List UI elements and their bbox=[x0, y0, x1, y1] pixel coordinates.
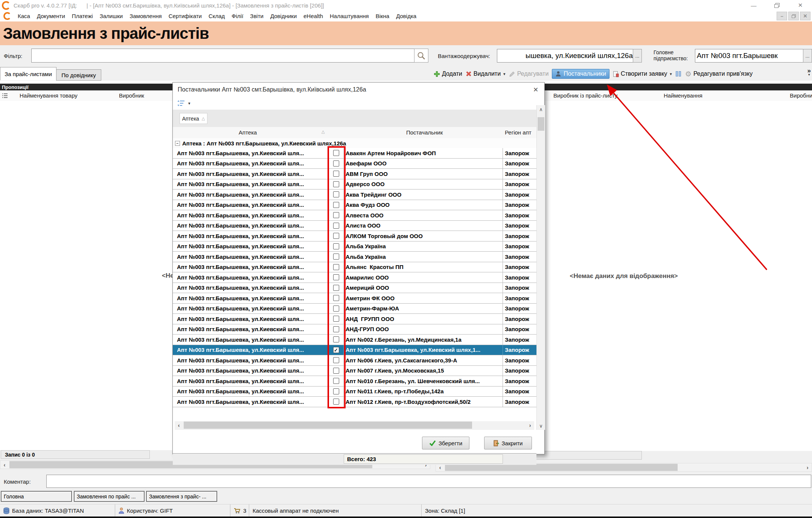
row-checkbox[interactable] bbox=[333, 150, 339, 156]
suppliers-button[interactable]: Постачальники bbox=[552, 69, 609, 79]
edit-button[interactable]: Редагувати bbox=[509, 70, 549, 77]
scroll-down-icon[interactable]: ∨ bbox=[537, 422, 545, 430]
row-checkbox[interactable] bbox=[333, 306, 339, 312]
menu-item-4[interactable]: Залишки bbox=[96, 13, 126, 19]
supplier-row[interactable]: Апт №003 пгт.Барышевка, ул.Киевский шля.… bbox=[173, 221, 536, 231]
menu-item-8[interactable]: Філії bbox=[228, 13, 247, 19]
menu-item-12[interactable]: Налаштування bbox=[326, 13, 372, 19]
save-button[interactable]: Зберегти bbox=[422, 437, 469, 449]
grid-col-region[interactable]: Регіон апт bbox=[505, 129, 532, 136]
row-checkbox[interactable] bbox=[333, 212, 339, 218]
collapse-icon[interactable]: − bbox=[175, 141, 180, 146]
group-chip-pharmacy[interactable]: Аптека △ bbox=[180, 113, 207, 124]
search-button[interactable] bbox=[414, 49, 428, 63]
row-checkbox[interactable] bbox=[333, 191, 339, 197]
supplier-row[interactable]: Апт №003 пгт.Барышевка, ул.Киевский шля.… bbox=[173, 366, 536, 376]
supplier-row[interactable]: Апт №003 пгт.Барышевка, ул.Киевский шля.… bbox=[173, 345, 536, 356]
menu-item-5[interactable]: Замовлення bbox=[126, 13, 165, 19]
menu-item-6[interactable]: Сертифікати bbox=[165, 13, 205, 19]
row-menu-icon[interactable] bbox=[2, 93, 8, 99]
add-button[interactable]: Додати bbox=[434, 70, 462, 77]
row-checkbox[interactable] bbox=[333, 254, 339, 260]
row-checkbox[interactable] bbox=[333, 336, 339, 342]
menu-item-7[interactable]: Склад bbox=[205, 13, 228, 19]
columns-button[interactable] bbox=[675, 71, 682, 77]
consignee-browse-button[interactable]: ... bbox=[633, 49, 642, 63]
scroll-right-icon[interactable]: › bbox=[803, 463, 812, 471]
supplier-row[interactable]: Апт №003 пгт.Барышевка, ул.Киевский шля.… bbox=[173, 355, 536, 366]
menu-item-9[interactable]: Звіти bbox=[247, 13, 267, 19]
row-checkbox[interactable] bbox=[333, 233, 339, 239]
filter-input[interactable] bbox=[31, 49, 414, 63]
supplier-row[interactable]: Апт №003 пгт.Барышевка, ул.Киевский шля.… bbox=[173, 169, 536, 179]
supplier-row[interactable]: Апт №003 пгт.Барышевка, ул.Киевский шля.… bbox=[173, 293, 536, 304]
sort-list-icon[interactable] bbox=[177, 100, 185, 107]
dialog-horizontal-scrollbar[interactable]: ‹ › bbox=[175, 421, 534, 430]
row-checkbox[interactable] bbox=[333, 264, 339, 270]
supplier-row[interactable]: Апт №003 пгт.Барышевка, ул.Киевский шля.… bbox=[173, 231, 536, 241]
supplier-row[interactable]: Апт №003 пгт.Барышевка, ул.Киевский шля.… bbox=[173, 314, 536, 324]
col-manufacturer[interactable]: Виробник bbox=[119, 92, 144, 99]
row-checkbox[interactable] bbox=[333, 171, 339, 177]
col-manufacturer-from-pricelist[interactable]: Виробник із прайс-листу bbox=[553, 92, 617, 99]
toolbar-overflow-button[interactable]: » ▾ bbox=[807, 69, 811, 77]
dropdown-arrow-icon[interactable]: ▾ bbox=[188, 101, 190, 106]
menu-item-13[interactable]: Вікна bbox=[372, 13, 393, 19]
supplier-row[interactable]: Апт №003 пгт.Барышевка, ул.Киевский шля.… bbox=[173, 304, 536, 314]
supplier-row[interactable]: Апт №003 пгт.Барышевка, ул.Киевский шля.… bbox=[173, 159, 536, 169]
row-checkbox[interactable] bbox=[333, 388, 339, 394]
supplier-row[interactable]: Апт №003 пгт.Барышевка, ул.Киевский шля.… bbox=[173, 335, 536, 345]
row-checkbox[interactable] bbox=[333, 326, 339, 332]
row-checkbox[interactable] bbox=[333, 285, 339, 291]
mdi-close-button[interactable]: ✕ bbox=[800, 12, 810, 20]
supplier-row[interactable]: Апт №003 пгт.Барышевка, ул.Киевский шля.… bbox=[173, 200, 536, 211]
col-name[interactable]: Найменування bbox=[664, 92, 702, 99]
menu-item-10[interactable]: Довідники bbox=[267, 13, 300, 19]
row-checkbox[interactable] bbox=[333, 160, 339, 167]
bottom-tab-orders-from-price[interactable]: Замовлення з прайс- ... bbox=[146, 491, 217, 502]
consignee-input[interactable]: ышевка, ул.Киевский шлях,126а bbox=[497, 49, 634, 63]
minimize-button[interactable]: — bbox=[742, 0, 765, 11]
supplier-row[interactable]: Апт №003 пгт.Барышевка, ул.Киевский шля.… bbox=[173, 376, 536, 387]
row-checkbox[interactable] bbox=[333, 295, 339, 301]
mdi-minimize-button[interactable]: – bbox=[777, 12, 787, 20]
col-product-name[interactable]: Найменування товару bbox=[20, 92, 78, 99]
delete-button[interactable]: Видалити▾ bbox=[466, 70, 506, 77]
col-manufacturer-2[interactable]: Виробни bbox=[790, 92, 812, 99]
supplier-row[interactable]: Апт №003 пгт.Барышевка, ул.Киевский шля.… bbox=[173, 210, 536, 221]
scroll-right-icon[interactable]: › bbox=[526, 421, 534, 429]
close-dialog-button[interactable]: Закрити bbox=[484, 437, 532, 449]
supplier-row[interactable]: Апт №003 пгт.Барышевка, ул.Киевский шля.… bbox=[173, 179, 536, 190]
restore-button[interactable] bbox=[765, 0, 789, 11]
enterprise-browse-button[interactable]: ... bbox=[803, 49, 812, 63]
supplier-row[interactable]: Апт №003 пгт.Барышевка, ул.Киевский шля.… bbox=[173, 324, 536, 335]
bottom-tab-home[interactable]: Головна bbox=[1, 491, 72, 502]
tab-by-pricelists[interactable]: За прайс-листами bbox=[0, 67, 56, 80]
row-checkbox[interactable] bbox=[333, 378, 339, 384]
supplier-row[interactable]: Апт №003 пгт.Барышевка, ул.Киевский шля.… bbox=[173, 241, 536, 252]
row-checkbox[interactable] bbox=[333, 357, 339, 363]
group-row[interactable]: − Аптека : Апт №003 пгт.Барышевка, ул.Ки… bbox=[173, 138, 536, 148]
supplier-row[interactable]: Апт №003 пгт.Барышевка, ул.Киевский шля.… bbox=[173, 272, 536, 283]
supplier-row[interactable]: Апт №003 пгт.Барышевка, ул.Киевский шля.… bbox=[173, 252, 536, 262]
edit-binding-button[interactable]: ⚙ Редагувати прив'язку bbox=[685, 70, 753, 78]
row-checkbox[interactable] bbox=[333, 202, 339, 208]
close-button[interactable]: ✕ bbox=[789, 0, 812, 11]
supplier-row[interactable]: Апт №003 пгт.Барышевка, ул.Киевский шля.… bbox=[173, 262, 536, 273]
row-checkbox[interactable] bbox=[333, 243, 339, 249]
dialog-close-button[interactable]: ✕ bbox=[531, 85, 541, 94]
supplier-row[interactable]: Апт №003 пгт.Барышевка, ул.Киевский шля.… bbox=[173, 189, 536, 200]
comment-input[interactable] bbox=[46, 475, 811, 488]
scroll-left-icon[interactable]: ‹ bbox=[0, 461, 9, 469]
row-checkbox[interactable] bbox=[333, 368, 339, 374]
dialog-vertical-scrollbar[interactable]: ∧ ∨ bbox=[536, 105, 545, 430]
menu-item-2[interactable]: Документи bbox=[34, 13, 69, 19]
row-checkbox[interactable]: ✓ bbox=[333, 347, 339, 353]
supplier-row[interactable]: Апт №003 пгт.Барышевка, ул.Киевский шля.… bbox=[173, 397, 536, 407]
menu-item-14[interactable]: Довідка bbox=[393, 13, 420, 19]
row-checkbox[interactable] bbox=[333, 223, 339, 229]
enterprise-input[interactable]: Апт №003 пгт.Барышевк bbox=[695, 49, 805, 63]
tab-by-directory[interactable]: По довіднику bbox=[56, 69, 101, 81]
supplier-row[interactable]: Апт №003 пгт.Барышевка, ул.Киевский шля.… bbox=[173, 283, 536, 293]
menu-item-3[interactable]: Платежі bbox=[69, 13, 96, 19]
